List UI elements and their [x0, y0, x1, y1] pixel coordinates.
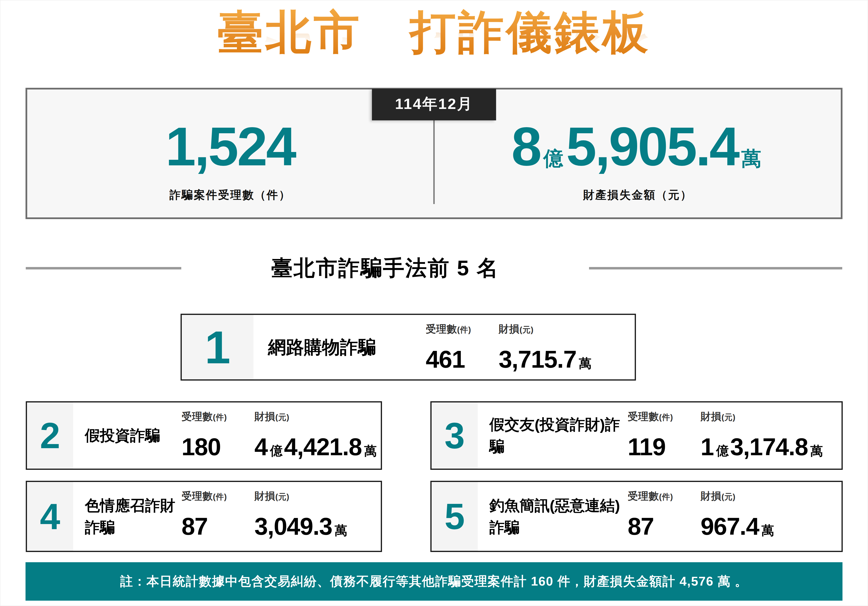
stat-loss-label: 財產損失金額（元）	[583, 188, 693, 203]
cases-value-row: 180	[181, 435, 254, 459]
stat-cases-value: 1,524	[166, 119, 295, 174]
cases-column: 受理數(件) 119	[628, 402, 701, 469]
cases-value: 87	[628, 514, 654, 538]
fraud-name: 假交友(投資詐財)詐騙	[478, 402, 628, 469]
section-divider-right	[589, 267, 842, 269]
cases-value: 87	[181, 514, 208, 538]
page-title: 臺北市 打詐儀錶板	[217, 6, 651, 58]
rank-strip: 3	[432, 402, 478, 469]
loss-yi-value: 1	[701, 435, 714, 459]
loss-wan-unit: 萬	[761, 524, 774, 537]
fraud-name: 假投資詐騙	[73, 402, 181, 469]
rank-number: 2	[40, 417, 60, 454]
cases-header-unit: (件)	[213, 492, 227, 501]
section-header: 臺北市詐騙手法前 5 名	[0, 253, 868, 283]
loss-yi-unit: 億	[270, 444, 283, 457]
cases-value: 180	[181, 435, 221, 459]
loss-header-unit: (元)	[275, 413, 290, 422]
loss-value-row: 3,715.7 萬	[499, 347, 635, 371]
rank-strip: 2	[27, 402, 73, 469]
cases-header-label: 受理數	[181, 490, 213, 502]
cases-column: 受理數(件) 87	[181, 482, 254, 551]
stat-cases-label: 詐騙案件受理數（件）	[170, 188, 291, 203]
loss-wan-unit: 萬	[364, 444, 377, 457]
fraud-cards-grid: 2 假投資詐騙 受理數(件) 180 財損(元) 4 億 4,421.8 萬	[26, 401, 868, 552]
loss-value-row: 1 億 3,174.8 萬	[701, 435, 842, 459]
loss-header: 財損(元)	[499, 315, 635, 336]
loss-yi-value: 4	[254, 435, 268, 459]
period-badge: 114年12月	[372, 89, 496, 120]
loss-wan-unit: 萬	[579, 357, 592, 370]
section-title: 臺北市詐騙手法前 5 名	[271, 253, 499, 283]
cases-header-unit: (件)	[659, 413, 673, 422]
cases-header-unit: (件)	[213, 413, 227, 422]
rank-number: 5	[445, 498, 465, 535]
loss-header-label: 財損	[254, 411, 275, 422]
cases-header-unit: (件)	[457, 325, 471, 334]
cases-header-label: 受理數	[426, 323, 457, 335]
cases-column: 受理數(件) 87	[628, 482, 701, 551]
rank-strip: 1	[182, 315, 253, 379]
cases-value-row: 119	[628, 435, 701, 459]
stat-loss-yi-unit: 億	[543, 149, 563, 169]
loss-header-unit: (元)	[275, 492, 290, 501]
loss-header-unit: (元)	[721, 492, 736, 501]
loss-header: 財損(元)	[701, 402, 842, 423]
stat-loss-wan-unit: 萬	[741, 149, 761, 169]
loss-column: 財損(元) 4 億 4,421.8 萬	[254, 402, 381, 469]
cases-header-label: 受理數	[181, 411, 213, 422]
fraud-card-4: 4 色情應召詐財詐騙 受理數(件) 87 財損(元) 3,049.3 萬	[26, 481, 382, 552]
fraud-card-2: 2 假投資詐騙 受理數(件) 180 財損(元) 4 億 4,421.8 萬	[26, 401, 382, 470]
footnote-bar: 註：本日統計數據中包含交易糾紛、債務不履行等其他詐騙受理案件計 160 件，財產…	[25, 562, 843, 601]
rank-number: 4	[40, 498, 60, 535]
cases-header: 受理數(件)	[628, 402, 701, 423]
loss-header-unit: (元)	[721, 413, 736, 422]
cases-value-row: 87	[181, 514, 254, 538]
cases-header: 受理數(件)	[181, 482, 254, 503]
rank-strip: 5	[432, 482, 478, 551]
loss-column: 財損(元) 3,049.3 萬	[254, 482, 381, 551]
dashboard-page: 臺北市 打詐儀錶板 114年12月 1,524 詐騙案件受理數（件） 8 億 5…	[0, 0, 868, 606]
cases-value: 461	[426, 347, 465, 371]
loss-header-label: 財損	[254, 490, 275, 502]
title-row: 臺北市 打詐儀錶板	[0, 0, 868, 85]
fraud-card-1: 1 網路購物詐騙 受理數(件) 461 財損(元) 3,715.7 萬	[181, 314, 636, 381]
loss-column: 財損(元) 1 億 3,174.8 萬	[701, 402, 842, 469]
loss-wan-unit: 萬	[335, 524, 347, 537]
cases-header-unit: (件)	[659, 492, 673, 501]
loss-header-label: 財損	[701, 411, 721, 422]
cases-header-label: 受理數	[628, 411, 659, 422]
stat-loss-wan-value: 5,905.4	[566, 119, 738, 174]
cases-header: 受理數(件)	[426, 315, 499, 336]
loss-wan-value: 4,421.8	[284, 435, 362, 459]
loss-value-row: 3,049.3 萬	[254, 514, 381, 538]
summary-panel: 114年12月 1,524 詐騙案件受理數（件） 8 億 5,905.4 萬 財…	[25, 88, 843, 219]
fraud-name: 釣魚簡訊(惡意連結)詐騙	[478, 482, 628, 551]
stat-loss-value-row: 8 億 5,905.4 萬	[512, 119, 764, 174]
cases-header: 受理數(件)	[628, 482, 701, 503]
loss-header-unit: (元)	[519, 325, 534, 334]
loss-header: 財損(元)	[254, 402, 381, 423]
loss-header-label: 財損	[499, 323, 519, 335]
rank-strip: 4	[27, 482, 73, 551]
loss-wan-unit: 萬	[810, 444, 823, 457]
stat-cases-value-row: 1,524	[166, 119, 295, 174]
loss-yi-unit: 億	[716, 444, 729, 457]
loss-wan-value: 3,174.8	[730, 435, 808, 459]
stat-loss-yi-value: 8	[512, 119, 541, 174]
loss-wan-value: 3,715.7	[499, 347, 577, 371]
rank-number: 1	[205, 324, 231, 370]
loss-column: 財損(元) 3,715.7 萬	[499, 315, 635, 379]
cases-column: 受理數(件) 180	[181, 402, 254, 469]
cases-header-label: 受理數	[628, 490, 659, 502]
loss-value-row: 967.4 萬	[701, 514, 842, 538]
section-divider-left	[26, 267, 181, 269]
loss-wan-value: 3,049.3	[254, 514, 332, 538]
fraud-name: 網路購物詐騙	[253, 315, 426, 379]
loss-header-label: 財損	[701, 490, 721, 502]
cases-value: 119	[628, 435, 665, 459]
fraud-card-3: 3 假交友(投資詐財)詐騙 受理數(件) 119 財損(元) 1 億 3,174…	[430, 401, 843, 470]
cases-column: 受理數(件) 461	[426, 315, 499, 379]
cases-header: 受理數(件)	[181, 402, 254, 423]
loss-header: 財損(元)	[701, 482, 842, 503]
